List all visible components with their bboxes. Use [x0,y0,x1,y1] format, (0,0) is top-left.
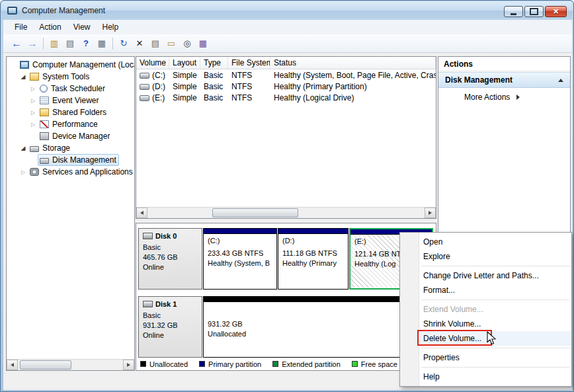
toolbar: ←→▥▤?▦↻✕▤▭◎▦ [3,34,572,53]
scrollbar-thumb[interactable] [20,360,71,370]
event-viewer-icon [40,97,49,104]
minimize-button[interactable] [504,6,523,17]
collapse-twisty-icon[interactable]: ◢ [19,145,28,151]
computer-icon [20,61,29,69]
menu-separator [421,266,569,266]
volume-row-d[interactable]: (D:)SimpleBasicNTFSHealthy (Primary Part… [136,81,436,92]
volume-list-horizontal-scrollbar[interactable] [136,207,436,218]
column-header-volume[interactable]: Volume [136,57,169,69]
partition-name-label: (C:) [208,236,272,246]
maximize-button[interactable] [524,6,544,17]
console-window-icon[interactable]: ▤ [62,36,78,51]
expand-twisty-icon[interactable]: ▷ [28,98,38,104]
menu-item-help[interactable]: Help [97,20,125,34]
tree-item-content: System Tools [28,71,92,83]
back-icon[interactable]: ← [9,36,24,51]
expand-twisty-icon[interactable]: ▷ [28,86,38,92]
volume-cell: (D:) [136,82,169,91]
action-pane-icon[interactable]: ▦ [94,36,110,51]
export-list-icon[interactable]: ▭ [163,36,179,51]
tree-item-computer-management-local[interactable]: Computer Management (Local [7,59,134,71]
disk-type-label: Basic [143,243,198,253]
console-tree: Computer Management (Local◢System Tools▷… [7,57,134,178]
collapse-twisty-icon[interactable]: ◢ [19,73,28,80]
context-menu-item-explore[interactable]: Explore [400,249,571,264]
expand-twisty-icon[interactable]: ▷ [28,122,38,128]
title-bar[interactable]: Computer Management ✕ [1,1,573,20]
scrollbar-thumb[interactable] [212,208,298,217]
scrollbar-track[interactable] [147,208,425,218]
context-menu-item-properties[interactable]: Properties [400,350,571,365]
column-header-layout[interactable]: Layout [169,57,200,69]
legend-label: Unallocated [149,360,188,368]
toolbar-separator [43,38,44,50]
tree-item-system-tools[interactable]: ◢System Tools [7,71,134,83]
scroll-left-button[interactable] [7,360,18,370]
partition-d[interactable]: (D:)111.18 GB NTFSHealthy (Primary [278,228,348,290]
scroll-left-button[interactable] [136,208,147,218]
menu-item-file[interactable]: File [9,20,33,34]
context-menu-item-change-drive-letter-and-paths[interactable]: Change Drive Letter and Paths... [400,268,571,283]
menu-item-action[interactable]: Action [33,20,67,34]
shared-folders-icon [40,108,49,116]
disk-size-label: 465.76 GB [143,253,198,262]
tree-item-disk-management[interactable]: Disk Management [7,154,134,166]
tree-item-shared-folders[interactable]: ▷Shared Folders [7,106,134,118]
tree-item-device-manager[interactable]: Device Manager [7,130,134,142]
scroll-right-button[interactable] [425,208,436,218]
system-tools-icon [30,73,39,81]
device-manager-icon [40,132,49,140]
disk-row-disk-1: Disk 1Basic931.32 GBOnline931.32 GBUnall… [138,296,434,358]
find-icon[interactable]: ◎ [179,36,195,51]
context-menu-item-shrink-volume[interactable]: Shrink Volume... [400,317,571,331]
partition-body: (C:)233.43 GB NTFSHealthy (System, B [204,234,276,288]
volume-row-c[interactable]: (C:)SimpleBasicNTFSHealthy (System, Boot… [136,69,436,81]
actions-group-label: Disk Management [445,75,512,85]
column-header-status[interactable]: Status [270,57,436,69]
tree-item-label: Performance [52,120,98,129]
legend-color-swatch [199,361,205,367]
menu-item-label: Open [423,237,442,247]
context-menu-item-delete-volume[interactable]: Delete Volume... [400,331,571,346]
disk-header-disk-1[interactable]: Disk 1Basic931.32 GBOnline [138,296,202,358]
forward-icon[interactable]: → [24,36,40,51]
help-icon[interactable]: ? [78,36,94,51]
context-menu: OpenExploreChange Drive Letter and Paths… [399,232,572,387]
more-actions-button[interactable]: More Actions [438,93,570,102]
filter-icon[interactable]: ▦ [195,36,211,51]
disk-header-disk-0[interactable]: Disk 0Basic465.76 GBOnline [138,228,202,290]
volume-row-e[interactable]: (E:)SimpleBasicNTFSHealthy (Logical Driv… [136,92,436,103]
expand-twisty-icon[interactable]: ▷ [28,110,38,116]
tree-item-event-viewer[interactable]: ▷Event Viewer [7,95,134,106]
context-menu-item-help[interactable]: Help [400,370,571,384]
delete-icon[interactable]: ✕ [132,36,147,51]
partition-c[interactable]: (C:)233.43 GB NTFSHealthy (System, B [203,228,277,290]
column-header-file-system[interactable]: File System [228,57,270,69]
volume-cell: (C:) [136,71,169,80]
tree-item-performance[interactable]: ▷Performance [7,118,134,130]
expand-twisty-icon[interactable]: ▷ [19,169,28,175]
tree-item-storage[interactable]: ◢Storage [7,142,134,154]
refresh-icon[interactable]: ↻ [116,36,132,51]
tree-item-task-scheduler[interactable]: ▷Task Scheduler [7,83,134,95]
properties-icon[interactable]: ▤ [147,36,163,51]
graphical-view: Disk 0Basic465.76 GBOnline(C:)233.43 GB … [136,223,436,358]
actions-group-disk-management[interactable]: Disk Management [438,72,570,88]
column-header-type[interactable]: Type [200,57,228,69]
collapse-chevron-icon[interactable] [558,79,563,82]
menu-item-view[interactable]: View [67,20,97,34]
scroll-right-button[interactable] [123,360,134,370]
close-button[interactable]: ✕ [545,6,567,17]
volume-list-header: VolumeLayoutTypeFile SystemStatus [136,57,436,69]
context-menu-item-open[interactable]: Open [400,235,571,249]
context-menu-item-format[interactable]: Format... [400,283,571,297]
disk-name-label: Disk 0 [155,232,177,240]
legend-color-swatch [140,361,146,367]
tree-item-content: Services and Applications [28,166,135,178]
tree-horizontal-scrollbar[interactable] [7,359,134,370]
tree-item-content: Event Viewer [38,95,101,106]
scrollbar-track[interactable] [18,360,123,370]
show-console-tree-icon[interactable]: ▥ [46,36,62,51]
tree-item-services-and-applications[interactable]: ▷Services and Applications [7,166,134,178]
partition-unallocated[interactable]: 931.32 GBUnallocated [203,296,433,358]
